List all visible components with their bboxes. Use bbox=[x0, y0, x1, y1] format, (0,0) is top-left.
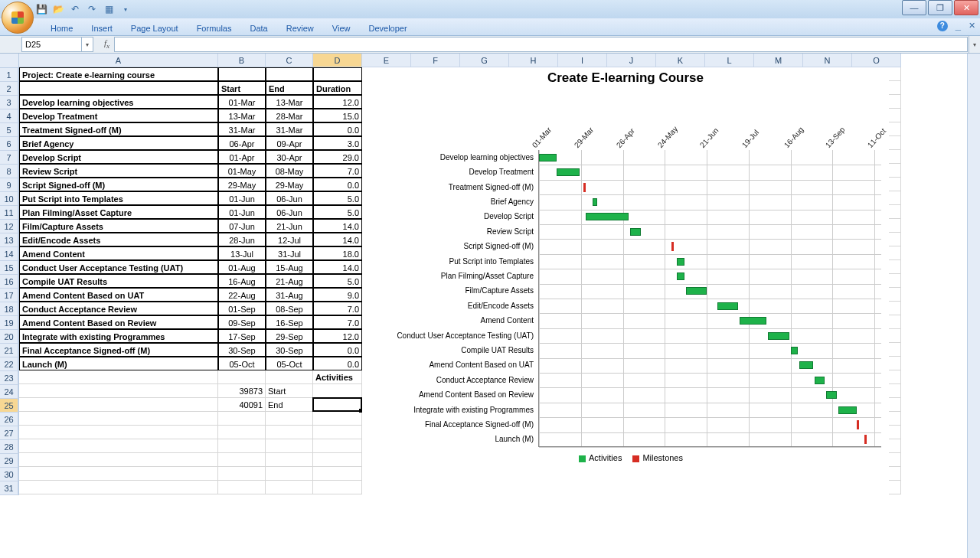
cell-A27[interactable] bbox=[19, 426, 218, 439]
task-name[interactable]: Amend Content Based on Review bbox=[19, 315, 218, 329]
task-duration[interactable]: 7.0 bbox=[313, 302, 362, 315]
row-header-10[interactable]: 10 bbox=[0, 192, 18, 206]
row-header-22[interactable]: 22 bbox=[0, 357, 18, 371]
task-name[interactable]: Edit/Encode Assets bbox=[19, 233, 218, 246]
task-name[interactable]: Develop Treatment bbox=[19, 109, 218, 122]
col-header-F[interactable]: F bbox=[411, 54, 460, 67]
task-end[interactable]: 30-Sep bbox=[266, 343, 313, 357]
vertical-scrollbar[interactable] bbox=[967, 54, 980, 558]
close-button[interactable]: ✕ bbox=[954, 0, 978, 15]
task-end[interactable]: 31-Aug bbox=[266, 288, 313, 302]
row-header-20[interactable]: 20 bbox=[0, 330, 18, 344]
task-end[interactable]: 15-Aug bbox=[266, 260, 313, 274]
task-end[interactable]: 08-Sep bbox=[266, 302, 313, 315]
cell[interactable] bbox=[19, 81, 218, 95]
task-start[interactable]: 28-Jun bbox=[218, 233, 266, 246]
task-name[interactable]: Launch (M) bbox=[19, 357, 218, 370]
cell[interactable] bbox=[218, 67, 266, 81]
task-name[interactable]: Conduct User Acceptance Testing (UAT) bbox=[19, 260, 218, 274]
col-header-A[interactable]: A bbox=[19, 54, 218, 67]
col-header-O[interactable]: O bbox=[852, 54, 901, 67]
serial-start[interactable]: 39873 bbox=[218, 384, 266, 398]
task-duration[interactable]: 14.0 bbox=[313, 219, 362, 233]
task-start[interactable]: 22-Aug bbox=[218, 288, 266, 302]
cell-A28[interactable] bbox=[19, 439, 218, 453]
task-name[interactable]: Conduct Acceptance Review bbox=[19, 302, 218, 315]
formula-input[interactable] bbox=[114, 37, 968, 52]
row-header-12[interactable]: 12 bbox=[0, 220, 18, 233]
task-name[interactable]: Integrate with existing Programmes bbox=[19, 329, 218, 343]
task-start[interactable]: 17-Sep bbox=[218, 329, 266, 343]
cell-A24[interactable] bbox=[19, 384, 218, 398]
row-header-7[interactable]: 7 bbox=[0, 151, 18, 165]
cell-A26[interactable] bbox=[19, 412, 218, 426]
task-duration[interactable]: 7.0 bbox=[313, 164, 362, 178]
cell-B27[interactable] bbox=[218, 426, 266, 439]
task-name[interactable]: Script Signed-off (M) bbox=[19, 178, 218, 191]
task-end[interactable]: 29-May bbox=[266, 178, 313, 191]
task-start[interactable]: 01-Jun bbox=[218, 191, 266, 205]
grid[interactable]: ABCDEFGHIJKLMNO Project: Create e-learni… bbox=[19, 54, 980, 558]
tab-view[interactable]: View bbox=[323, 21, 360, 35]
ribbon-minimize-icon[interactable]: _ bbox=[956, 20, 961, 31]
row-header-24[interactable]: 24 bbox=[0, 385, 18, 399]
task-start[interactable]: 01-Mar bbox=[218, 95, 266, 109]
task-name[interactable]: Treatment Signed-off (M) bbox=[19, 122, 218, 136]
cell-A31[interactable] bbox=[19, 481, 218, 494]
task-end[interactable]: 05-Oct bbox=[266, 357, 313, 370]
task-duration[interactable]: 0.0 bbox=[313, 178, 362, 191]
office-button[interactable] bbox=[2, 2, 34, 34]
col-header-M[interactable]: M bbox=[754, 54, 803, 67]
label-start[interactable]: Start bbox=[266, 384, 313, 398]
task-end[interactable]: 31-Jul bbox=[266, 246, 313, 260]
maximize-button[interactable]: ❐ bbox=[928, 0, 952, 15]
task-duration[interactable]: 0.0 bbox=[313, 122, 362, 136]
label-end[interactable]: End bbox=[266, 398, 313, 412]
task-name[interactable]: Develop learning objectives bbox=[19, 95, 218, 109]
header-start[interactable]: Start bbox=[218, 81, 266, 95]
task-end[interactable]: 31-Mar bbox=[266, 122, 313, 136]
cell-D29[interactable] bbox=[313, 453, 362, 467]
row-header-21[interactable]: 21 bbox=[0, 344, 18, 357]
row-header-18[interactable]: 18 bbox=[0, 302, 18, 316]
task-start[interactable]: 13-Mar bbox=[218, 109, 266, 122]
undo-icon[interactable]: ↶ bbox=[69, 3, 81, 15]
cell[interactable] bbox=[266, 67, 313, 81]
task-start[interactable]: 29-May bbox=[218, 178, 266, 191]
cell-D28[interactable] bbox=[313, 439, 362, 453]
task-duration[interactable]: 14.0 bbox=[313, 233, 362, 246]
cell-B26[interactable] bbox=[218, 412, 266, 426]
row-header-1[interactable]: 1 bbox=[0, 68, 18, 82]
tab-home[interactable]: Home bbox=[41, 21, 82, 35]
col-header-L[interactable]: L bbox=[705, 54, 754, 67]
save-icon[interactable]: 💾 bbox=[35, 3, 47, 15]
task-end[interactable]: 28-Mar bbox=[266, 109, 313, 122]
cell-B30[interactable] bbox=[218, 467, 266, 481]
cell-A25[interactable] bbox=[19, 398, 218, 412]
task-start[interactable]: 31-Mar bbox=[218, 122, 266, 136]
task-start[interactable]: 01-Aug bbox=[218, 260, 266, 274]
row-header-29[interactable]: 29 bbox=[0, 454, 18, 468]
task-duration[interactable]: 5.0 bbox=[313, 205, 362, 219]
serial-end[interactable]: 40091 bbox=[218, 398, 266, 412]
row-header-5[interactable]: 5 bbox=[0, 123, 18, 137]
tab-insert[interactable]: Insert bbox=[82, 21, 122, 35]
task-name[interactable]: Final Acceptance Signed-off (M) bbox=[19, 343, 218, 357]
redo-icon[interactable]: ↷ bbox=[86, 3, 98, 15]
col-header-H[interactable]: H bbox=[509, 54, 558, 67]
task-name[interactable]: Amend Content Based on UAT bbox=[19, 288, 218, 302]
cell-D25[interactable] bbox=[313, 398, 362, 412]
row-header-25[interactable]: 25 bbox=[0, 399, 18, 413]
row-header-4[interactable]: 4 bbox=[0, 109, 18, 123]
row-header-2[interactable]: 2 bbox=[0, 82, 18, 96]
cell-C30[interactable] bbox=[266, 467, 313, 481]
header-duration[interactable]: Duration bbox=[313, 81, 362, 95]
task-start[interactable]: 01-May bbox=[218, 164, 266, 178]
row-header-27[interactable]: 27 bbox=[0, 426, 18, 440]
row-header-6[interactable]: 6 bbox=[0, 137, 18, 151]
cell-B29[interactable] bbox=[218, 453, 266, 467]
task-duration[interactable]: 12.0 bbox=[313, 95, 362, 109]
task-name[interactable]: Brief Agency bbox=[19, 136, 218, 150]
cell-C29[interactable] bbox=[266, 453, 313, 467]
task-end[interactable]: 21-Aug bbox=[266, 274, 313, 288]
